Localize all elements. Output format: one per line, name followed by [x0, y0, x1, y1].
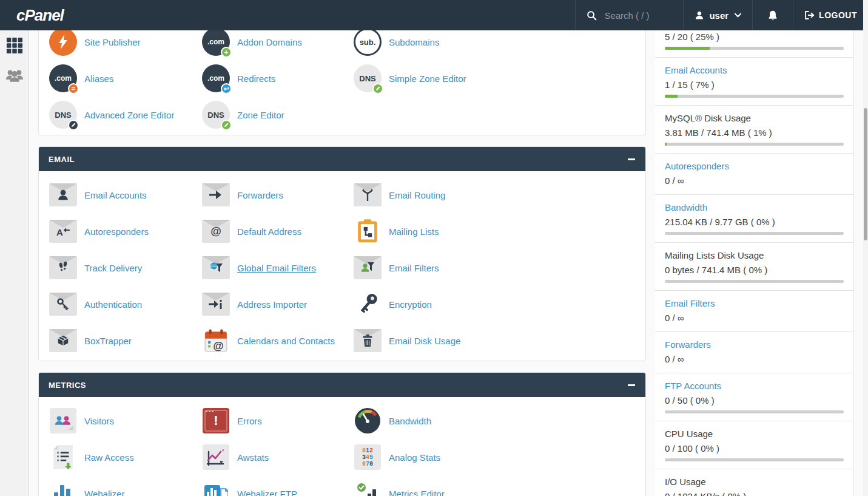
feature-item-email-routing[interactable]: Email Routing	[353, 177, 636, 213]
feature-item-label[interactable]: Aliases	[84, 73, 113, 84]
feature-item-raw-access[interactable]: Raw Access	[49, 439, 201, 475]
feature-item-label[interactable]: Subdomains	[389, 37, 439, 47]
stat-value: 5 / 20 ( 25% )	[665, 32, 844, 42]
feature-item-label[interactable]: Global Email Filters	[237, 263, 316, 273]
feature-item-track-delivery[interactable]: Track Delivery	[49, 250, 201, 286]
raw-access-icon	[49, 444, 78, 470]
feature-item-label[interactable]: Simple Zone Editor	[389, 73, 466, 84]
feature-item-label[interactable]: BoxTrapper	[84, 336, 132, 346]
page-scrollbar-thumb[interactable]	[864, 108, 867, 240]
logout-button[interactable]: LOGOUT	[793, 0, 868, 30]
collapse-section-button[interactable]	[627, 155, 636, 163]
feature-item-label[interactable]: Mailing Lists	[389, 226, 439, 237]
stat-value: 0 / ∞	[665, 313, 844, 323]
feature-item-label[interactable]: Email Routing	[389, 190, 445, 200]
feature-item-redirects[interactable]: .com↩ Redirects	[201, 60, 353, 97]
feature-item-label[interactable]: Bandwidth	[389, 416, 431, 426]
stat-value: 0 / 50 ( 0% )	[665, 395, 844, 406]
bell-icon	[767, 10, 778, 21]
feature-item-autoresponders[interactable]: A Autoresponders	[49, 213, 201, 250]
feature-item-label[interactable]: Calendars and Contacts	[237, 336, 335, 346]
feature-item-label[interactable]: Email Accounts	[84, 190, 147, 200]
feature-item-label[interactable]: Email Filters	[389, 263, 439, 273]
aliases-icon: .com=	[49, 64, 78, 92]
stat-label-autoresponders[interactable]: Autoresponders	[665, 161, 844, 171]
feature-item-default-address[interactable]: @ Default Address	[201, 213, 353, 250]
collapse-section-button[interactable]	[627, 381, 636, 389]
stat-value: 215.04 KB / 9.77 GB ( 0% )	[665, 217, 844, 227]
feature-item-email-filters[interactable]: Email Filters	[353, 250, 636, 286]
feature-item-global-email-filters[interactable]: Global Email Filters	[201, 250, 353, 286]
stat-label-forwarders[interactable]: Forwarders	[665, 339, 844, 350]
feature-item-awstats[interactable]: Awstats	[201, 439, 353, 475]
feature-item-visitors[interactable]: Visitors	[49, 403, 201, 439]
feature-item-mailing-lists[interactable]: Mailing Lists	[353, 213, 636, 250]
search-input[interactable]	[604, 10, 677, 21]
stat-label-bandwidth[interactable]: Bandwidth	[665, 202, 844, 212]
user-menu[interactable]: user	[683, 0, 752, 30]
feature-item-label[interactable]: Analog Stats	[389, 452, 440, 463]
notifications-button[interactable]	[752, 0, 793, 30]
feature-item-label[interactable]: Address Importer	[237, 299, 307, 310]
sidebar-item-user-manager[interactable]	[0, 61, 29, 91]
feature-item-label[interactable]: Errors	[237, 416, 262, 426]
feature-item-label[interactable]: Visitors	[84, 416, 114, 426]
feature-item-label[interactable]: Track Delivery	[84, 263, 142, 273]
stat-card: Forwarders 0 / ∞	[655, 332, 853, 373]
stat-label-ftp-accounts[interactable]: FTP Accounts	[665, 381, 844, 391]
stat-label-email-accounts[interactable]: Email Accounts	[665, 65, 844, 75]
feature-item-analog-stats[interactable]: 012345678 Analog Stats	[353, 439, 636, 475]
email-routing-icon	[353, 183, 382, 206]
analog-stats-icon: 012345678	[353, 444, 382, 470]
feature-item-label[interactable]: Autoresponders	[84, 226, 149, 237]
feature-item-label[interactable]: Default Address	[237, 226, 301, 237]
feature-item-label[interactable]: Metrics Editor	[389, 489, 445, 496]
stat-progress-bar	[665, 280, 844, 283]
feature-item-label[interactable]: Zone Editor	[237, 110, 284, 120]
feature-item-forwarders[interactable]: Forwarders	[201, 177, 353, 213]
feature-item-email-disk-usage[interactable]: Email Disk Usage	[353, 322, 636, 359]
cpanel-logo[interactable]: cPanel	[0, 0, 133, 30]
feature-item-label[interactable]: Authentication	[84, 299, 142, 310]
feature-item-label[interactable]: Advanced Zone Editor	[84, 110, 174, 120]
feature-item-webalizer-ftp[interactable]: Webalizer FTP	[201, 475, 353, 496]
default-address-icon: @	[201, 220, 230, 243]
feature-item-errors[interactable]: ! Errors	[201, 403, 353, 439]
feature-item-advanced-zone-editor[interactable]: DNS Advanced Zone Editor	[49, 97, 201, 133]
feature-item-encryption[interactable]: Encryption	[353, 286, 636, 322]
feature-item-label[interactable]: Redirects	[237, 73, 275, 84]
feature-item-authentication[interactable]: Authentication	[49, 286, 201, 322]
feature-item-aliases[interactable]: .com= Aliases	[49, 60, 201, 97]
stat-value: 0 bytes / 741.4 MB ( 0% )	[665, 265, 844, 275]
feature-item-label[interactable]: Forwarders	[237, 190, 283, 200]
feature-item-label[interactable]: Awstats	[237, 452, 269, 463]
feature-item-webalizer[interactable]: Webalizer	[49, 475, 201, 496]
stat-label-mysql-disk-usage: MySQL® Disk Usage	[665, 113, 844, 123]
stat-label-cpu-usage: CPU Usage	[665, 429, 844, 439]
feature-item-label[interactable]: Webalizer FTP	[237, 489, 297, 496]
feature-item-label[interactable]: Email Disk Usage	[389, 336, 460, 346]
forwarders-icon	[201, 183, 230, 206]
feature-item-metrics-editor[interactable]: Metrics Editor	[353, 475, 636, 496]
feature-item-calendars-and-contacts[interactable]: @ Calendars and Contacts	[201, 322, 353, 359]
feature-item-simple-zone-editor[interactable]: DNS Simple Zone Editor	[353, 60, 636, 97]
sidebar-item-home[interactable]	[0, 30, 29, 61]
stat-value: 0 / ∞	[665, 175, 844, 186]
navbar-search	[575, 0, 683, 30]
feature-item-label[interactable]: Raw Access	[84, 452, 134, 463]
feature-item-email-accounts[interactable]: Email Accounts	[49, 177, 201, 213]
feature-item-label[interactable]: Webalizer	[84, 489, 124, 496]
stat-card: Email Accounts 1 / 15 ( 7% )	[655, 58, 853, 106]
stat-label-mailing-lists-disk-usage: Mailing Lists Disk Usage	[665, 250, 844, 260]
feature-item-label[interactable]: Encryption	[389, 299, 432, 310]
brand-text: cPanel	[16, 6, 64, 25]
feature-item-boxtrapper[interactable]: BoxTrapper	[49, 322, 201, 359]
feature-item-address-importer[interactable]: Address Importer	[201, 286, 353, 322]
stat-label-email-filters[interactable]: Email Filters	[665, 298, 844, 308]
webalizer-icon	[49, 480, 78, 496]
feature-item-bandwidth[interactable]: Bandwidth	[353, 403, 636, 439]
feature-item-zone-editor[interactable]: DNS Zone Editor	[201, 97, 353, 133]
feature-item-label[interactable]: Addon Domains	[237, 37, 302, 47]
feature-item-label[interactable]: Site Publisher	[84, 37, 141, 47]
site-publisher-icon	[49, 28, 78, 56]
